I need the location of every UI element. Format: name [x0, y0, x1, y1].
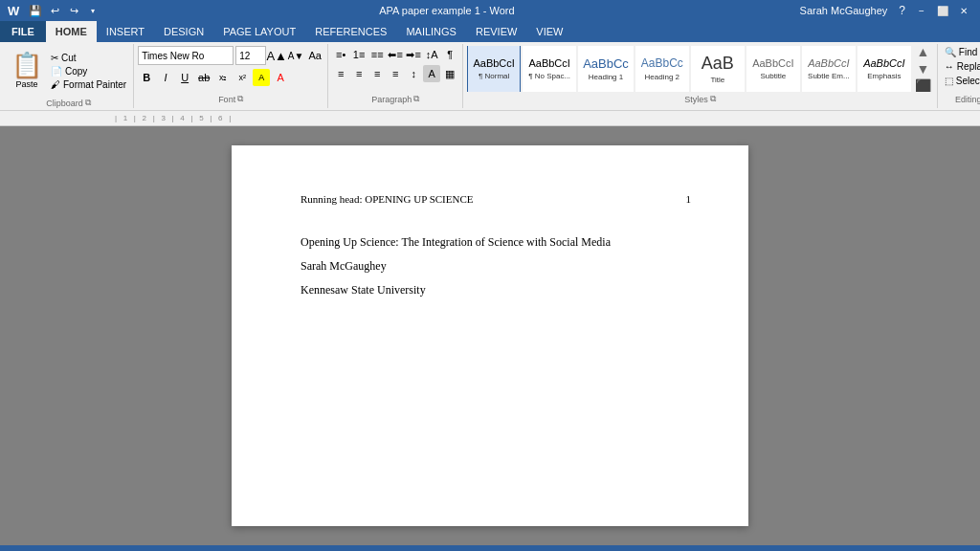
highlight-btn[interactable]: A: [253, 69, 270, 86]
editing-label: Editing: [942, 93, 980, 106]
underline-btn[interactable]: U: [176, 69, 193, 86]
font-group: A▲ A▼ Aa B I U ab x₂ x² A A Font ⧉: [134, 44, 328, 108]
tab-references[interactable]: REFERENCES: [305, 21, 396, 42]
multilevel-btn[interactable]: ≡≡: [368, 46, 386, 63]
paste-btn[interactable]: 📋 Paste: [8, 46, 46, 96]
select-icon: ⬚: [945, 76, 953, 86]
undo-qa-btn[interactable]: ↩: [46, 2, 63, 19]
customize-qa-btn[interactable]: ▾: [84, 2, 101, 19]
paper-title: Opening Up Science: The Integration of S…: [301, 233, 691, 252]
clipboard-expand[interactable]: ⧉: [85, 98, 91, 108]
style-normal[interactable]: AaBbCcI ¶ Normal: [467, 46, 521, 92]
para-row2: ≡ ≡ ≡ ≡ ↕ A ▦: [332, 65, 458, 82]
user-info: Sarah McGaughey ? − ⬜ ✕: [792, 3, 972, 18]
tab-page-layout[interactable]: PAGE LAYOUT: [213, 21, 305, 42]
expand-styles-icon: ⬛: [915, 78, 931, 92]
style-emphasis-label: Emphasis: [867, 72, 901, 80]
scroll-up-icon: ▲: [916, 46, 929, 59]
style-subtitle[interactable]: AaBbCcI Subtitle: [746, 46, 800, 92]
tab-view[interactable]: VIEW: [526, 21, 572, 42]
clipboard-content: 📋 Paste ✂ Cut 📄 Copy 🖌 Format Painter: [8, 46, 129, 96]
tab-design[interactable]: DESIGN: [154, 21, 213, 42]
find-btn[interactable]: 🔍 Find: [942, 46, 980, 58]
style-no-spacing[interactable]: AaBbCcI ¶ No Spac...: [523, 46, 576, 92]
styles-scroll-up[interactable]: ▲ ▼ ⬛: [913, 46, 933, 92]
save-qa-btn[interactable]: 💾: [27, 2, 44, 19]
style-title[interactable]: AaB Title: [691, 46, 745, 92]
paper-institution: Kennesaw State University: [301, 281, 691, 299]
replace-icon: ↔: [945, 61, 954, 72]
format-painter-icon: 🖌: [51, 79, 60, 90]
style-heading2-preview: AaBbCc: [641, 56, 683, 70]
format-painter-btn[interactable]: 🖌 Format Painter: [48, 78, 129, 91]
minimize-btn[interactable]: −: [913, 3, 930, 18]
indent-btn[interactable]: ➡≡: [405, 46, 422, 63]
align-left-btn[interactable]: ≡: [332, 65, 349, 82]
line-spacing-btn[interactable]: ↕: [405, 65, 422, 82]
style-heading2[interactable]: AaBbCc Heading 2: [635, 46, 689, 92]
page-content: Opening Up Science: The Integration of S…: [301, 233, 691, 300]
style-subtle-em-label: Subtle Em...: [808, 72, 850, 80]
shading-btn[interactable]: A: [423, 65, 440, 82]
replace-btn[interactable]: ↔ Replace: [942, 60, 980, 73]
styles-label: Styles ⧉: [467, 92, 933, 106]
style-emphasis[interactable]: AaBbCcI Emphasis: [858, 46, 911, 92]
paragraph-expand[interactable]: ⧉: [413, 94, 419, 104]
shrink-font-btn[interactable]: A▼: [287, 47, 304, 64]
cut-btn[interactable]: ✂ Cut: [48, 52, 129, 64]
font-size-input[interactable]: [235, 46, 266, 65]
find-icon: 🔍: [945, 47, 956, 57]
ruler: | 1 | 2 | 3 | 4 | 5 | 6 |: [0, 111, 980, 126]
style-subtle-em[interactable]: AaBbCcI Subtle Em...: [802, 46, 856, 92]
ruler-marks: | 1 | 2 | 3 | 4 | 5 | 6 |: [115, 114, 231, 122]
sort-btn[interactable]: ↕A: [423, 46, 440, 63]
strikethrough-btn[interactable]: ab: [195, 69, 212, 86]
word-logo: W: [8, 4, 19, 18]
style-heading2-label: Heading 2: [645, 73, 679, 81]
page-number: 1: [686, 193, 692, 205]
outdent-btn[interactable]: ⬅≡: [387, 46, 404, 63]
copy-btn[interactable]: 📄 Copy: [48, 65, 129, 77]
grow-font-btn[interactable]: A▲: [268, 47, 285, 64]
tab-insert[interactable]: INSERT: [97, 21, 154, 42]
style-heading1[interactable]: AaBbCc Heading 1: [578, 46, 634, 92]
style-subtitle-label: Subtitle: [761, 72, 787, 80]
close-btn[interactable]: ✕: [955, 3, 972, 18]
document-page[interactable]: Running head: OPENING UP SCIENCE 1 Openi…: [232, 145, 748, 526]
style-no-spacing-preview: AaBbCcI: [528, 57, 569, 70]
style-title-preview: AaB: [702, 54, 734, 75]
borders-btn[interactable]: ▦: [441, 65, 458, 82]
show-marks-btn[interactable]: ¶: [441, 46, 458, 63]
select-btn[interactable]: ⬚ Select: [942, 75, 980, 87]
paste-label: Paste: [15, 79, 37, 89]
font-expand[interactable]: ⧉: [237, 94, 243, 104]
ribbon: 📋 Paste ✂ Cut 📄 Copy 🖌 Format Painter: [0, 42, 980, 111]
tab-file[interactable]: FILE: [0, 21, 46, 42]
bullets-btn[interactable]: ≡•: [332, 46, 349, 63]
bold-btn[interactable]: B: [138, 69, 155, 86]
redo-qa-btn[interactable]: ↪: [65, 2, 82, 19]
align-right-btn[interactable]: ≡: [368, 65, 386, 82]
style-heading1-label: Heading 1: [589, 73, 623, 81]
format-painter-label: Format Painter: [63, 79, 126, 90]
justify-btn[interactable]: ≡: [387, 65, 404, 82]
style-no-spacing-label: ¶ No Spac...: [528, 72, 570, 80]
font-color-btn[interactable]: A: [272, 69, 289, 86]
numbering-btn[interactable]: 1≡: [350, 46, 368, 63]
restore-btn[interactable]: ⬜: [934, 3, 951, 18]
align-center-btn[interactable]: ≡: [350, 65, 368, 82]
font-label: Font ⧉: [138, 92, 323, 106]
scroll-down-icon: ▼: [916, 61, 929, 77]
superscript-btn[interactable]: x²: [234, 69, 251, 86]
subscript-btn[interactable]: x₂: [214, 69, 232, 86]
tab-mailings[interactable]: MAILINGS: [396, 21, 466, 42]
tab-review[interactable]: REVIEW: [466, 21, 526, 42]
styles-group: AaBbCcI ¶ Normal AaBbCcI ¶ No Spac... Aa…: [463, 44, 938, 108]
font-name-input[interactable]: [138, 46, 234, 65]
help-btn[interactable]: ?: [899, 4, 905, 17]
cut-icon: ✂: [51, 53, 58, 63]
styles-expand[interactable]: ⧉: [710, 94, 716, 104]
clear-format-btn[interactable]: Aa: [306, 47, 323, 64]
tab-home[interactable]: HOME: [46, 21, 97, 42]
italic-btn[interactable]: I: [157, 69, 174, 86]
